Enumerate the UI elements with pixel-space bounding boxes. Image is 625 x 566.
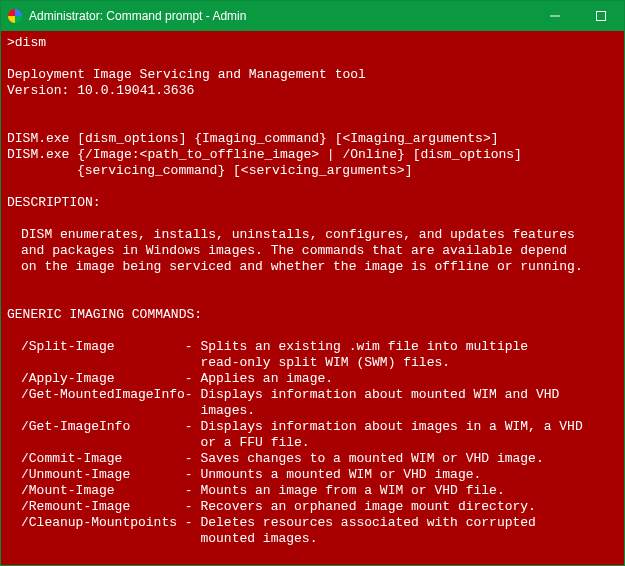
tool-name-line: Deployment Image Servicing and Managemen… <box>7 67 366 82</box>
separator: - <box>185 451 201 467</box>
command-name: /Split-Image <box>7 339 185 371</box>
command-desc: Mounts an image from a WIM or VHD file. <box>200 483 582 499</box>
command-name: /Mount-Image <box>7 483 185 499</box>
separator: - <box>185 387 201 419</box>
separator: - <box>185 515 201 547</box>
command-desc: Applies an image. <box>200 371 582 387</box>
command-name: /Remount-Image <box>7 499 185 515</box>
prompt-char: > <box>7 35 15 50</box>
description-line: and packages in Windows images. The comm… <box>7 243 567 258</box>
command-desc: Splits an existing .wim file into multip… <box>200 339 582 371</box>
version-value: 10.0.19041.3636 <box>77 83 194 98</box>
command-row: /Split-Image- Splits an existing .wim fi… <box>7 339 583 371</box>
command-name: /Unmount-Image <box>7 467 185 483</box>
separator: - <box>185 371 201 387</box>
commands-table: /Split-Image- Splits an existing .wim fi… <box>7 339 583 547</box>
command-row: /Remount-Image- Recovers an orphaned ima… <box>7 499 583 515</box>
command-row: /Unmount-Image- Unmounts a mounted WIM o… <box>7 467 583 483</box>
command-row: /Mount-Image- Mounts an image from a WIM… <box>7 483 583 499</box>
command-row: /Get-MountedImageInfo- Displays informat… <box>7 387 583 419</box>
generic-commands-header: GENERIC IMAGING COMMANDS: <box>7 307 202 322</box>
description-line: on the image being serviced and whether … <box>7 259 583 274</box>
command-name: /Commit-Image <box>7 451 185 467</box>
terminal-output[interactable]: >dism Deployment Image Servicing and Man… <box>1 31 624 565</box>
svg-rect-0 <box>550 16 560 17</box>
command-desc: Displays information about images in a W… <box>200 419 582 451</box>
svg-rect-1 <box>597 12 606 21</box>
app-icon <box>7 8 23 24</box>
window-title: Administrator: Command prompt - Admin <box>29 9 532 23</box>
description-line: DISM enumerates, installs, uninstalls, c… <box>7 227 575 242</box>
command-name: /Get-MountedImageInfo <box>7 387 185 419</box>
description-header: DESCRIPTION: <box>7 195 101 210</box>
titlebar[interactable]: Administrator: Command prompt - Admin <box>1 1 624 31</box>
command-row: /Apply-Image- Applies an image. <box>7 371 583 387</box>
typed-command: dism <box>15 35 46 50</box>
command-row: /Cleanup-Mountpoints- Deletes resources … <box>7 515 583 547</box>
command-row: /Get-ImageInfo- Displays information abo… <box>7 419 583 451</box>
command-name: /Apply-Image <box>7 371 185 387</box>
command-desc: Deletes resources associated with corrup… <box>200 515 582 547</box>
minimize-button[interactable] <box>532 1 578 31</box>
maximize-button[interactable] <box>578 1 624 31</box>
version-label: Version: <box>7 83 69 98</box>
command-name: /Cleanup-Mountpoints <box>7 515 185 547</box>
separator: - <box>185 467 201 483</box>
command-desc: Recovers an orphaned image mount directo… <box>200 499 582 515</box>
usage-line-3: {servicing_command} [<servicing_argument… <box>7 163 412 178</box>
command-prompt-window: Administrator: Command prompt - Admin >d… <box>0 0 625 566</box>
command-desc: Unmounts a mounted WIM or VHD image. <box>200 467 582 483</box>
command-row: /Commit-Image- Saves changes to a mounte… <box>7 451 583 467</box>
command-name: /Get-ImageInfo <box>7 419 185 451</box>
separator: - <box>185 419 201 451</box>
separator: - <box>185 499 201 515</box>
command-desc: Displays information about mounted WIM a… <box>200 387 582 419</box>
usage-line-1: DISM.exe [dism_options] {Imaging_command… <box>7 131 498 146</box>
separator: - <box>185 483 201 499</box>
separator: - <box>185 339 201 371</box>
usage-line-2: DISM.exe {/Image:<path_to_offline_image>… <box>7 147 522 162</box>
command-desc: Saves changes to a mounted WIM or VHD im… <box>200 451 582 467</box>
